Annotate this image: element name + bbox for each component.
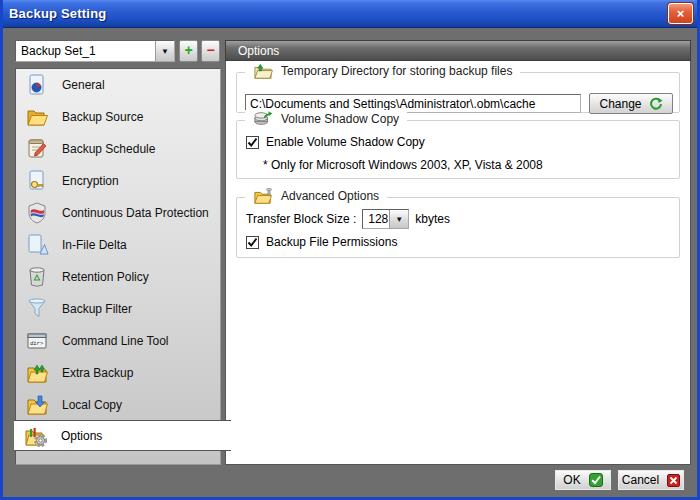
close-icon: × <box>677 6 685 21</box>
transfer-block-size-value: 128 <box>363 210 389 228</box>
sidebar-item-label: Backup Source <box>62 110 143 124</box>
group-title: Volume Shadow Copy <box>281 112 399 126</box>
sidebar-item-label: Continuous Data Protection <box>62 206 209 220</box>
add-backup-set-button[interactable]: + <box>179 40 198 62</box>
sidebar-item-continuous-data-protection[interactable]: Continuous Data Protection <box>16 197 220 229</box>
enable-vsc-label: Enable Volume Shadow Copy <box>266 135 425 149</box>
remove-backup-set-button[interactable]: − <box>201 40 220 62</box>
document-delta-icon <box>25 233 49 257</box>
sidebar-item-backup-filter[interactable]: Backup Filter <box>16 293 220 325</box>
ok-button-label: OK <box>563 473 580 487</box>
shield-icon <box>25 201 49 225</box>
sidebar-item-label: General <box>62 78 105 92</box>
chevron-down-icon[interactable]: ▼ <box>155 41 174 61</box>
transfer-block-size-dropdown[interactable]: 128 ▼ <box>362 209 409 229</box>
advanced-options-group: Advanced Options Transfer Block Size : 1… <box>236 197 680 258</box>
title-bar[interactable]: Backup Setting × <box>0 0 700 28</box>
sidebar-item-general[interactable]: General <box>16 69 220 101</box>
backup-setting-dialog: Backup Setting × Backup Set_1 ▼ + − Gene… <box>0 0 700 500</box>
settings-category-list: General Backup Source Backup Schedule <box>15 68 221 465</box>
close-button[interactable]: × <box>668 3 693 24</box>
change-button-label: Change <box>599 97 641 111</box>
group-title: Advanced Options <box>281 189 379 203</box>
sidebar-item-label: Options <box>61 429 102 443</box>
console-window-icon: dir> <box>25 329 49 353</box>
ok-check-icon <box>589 473 603 487</box>
window-title: Backup Setting <box>9 6 106 21</box>
folder-gear-icon <box>24 424 48 448</box>
folder-up-arrow-icon <box>253 62 273 80</box>
folder-icon <box>253 187 273 205</box>
sidebar-item-extra-backup[interactable]: Extra Backup <box>16 357 220 389</box>
sidebar-item-label: Backup Schedule <box>62 142 155 156</box>
recycle-bin-icon <box>25 265 49 289</box>
sidebar-item-label: Local Copy <box>62 398 122 412</box>
temp-directory-group: Temporary Directory for storing backup f… <box>236 72 680 113</box>
sidebar-item-options-selected[interactable]: Options <box>14 420 231 451</box>
backup-set-dropdown[interactable]: Backup Set_1 ▼ <box>15 40 175 62</box>
cancel-button-label: Cancel <box>622 473 659 487</box>
ok-button[interactable]: OK <box>554 469 612 491</box>
folder-up-arrows-icon <box>25 361 49 385</box>
options-panel-header: Options <box>225 40 691 61</box>
backup-file-permissions-checkbox[interactable] <box>246 236 259 249</box>
document-pie-icon <box>25 73 49 97</box>
disk-stack-refresh-icon <box>253 110 273 128</box>
sidebar-item-label: In-File Delta <box>62 238 127 252</box>
backup-file-permissions-label: Backup File Permissions <box>266 235 397 249</box>
folder-blue-arrow-icon <box>25 393 49 417</box>
sidebar-item-label: Extra Backup <box>62 366 133 380</box>
sidebar-item-backup-source[interactable]: Backup Source <box>16 101 220 133</box>
sidebar-item-label: Command Line Tool <box>62 334 169 348</box>
transfer-block-size-unit: kbytes <box>415 212 450 226</box>
vsc-note: * Only for Microsoft Windows 2003, XP, V… <box>263 158 543 172</box>
group-title: Temporary Directory for storing backup f… <box>281 64 512 78</box>
enable-vsc-checkbox[interactable] <box>246 136 259 149</box>
notepad-pencil-icon <box>25 137 49 161</box>
sidebar-item-label: Retention Policy <box>62 270 149 284</box>
sidebar-item-label: Backup Filter <box>62 302 132 316</box>
svg-text:dir>: dir> <box>30 340 43 347</box>
transfer-block-size-label: Transfer Block Size : <box>246 212 356 226</box>
open-folder-icon <box>25 105 49 129</box>
volume-shadow-copy-group: Volume Shadow Copy Enable Volume Shadow … <box>236 120 680 179</box>
sidebar-item-in-file-delta[interactable]: In-File Delta <box>16 229 220 261</box>
plus-icon: + <box>184 42 192 58</box>
sidebar-item-command-line-tool[interactable]: dir> Command Line Tool <box>16 325 220 357</box>
backup-set-value: Backup Set_1 <box>16 41 155 61</box>
sidebar-item-backup-schedule[interactable]: Backup Schedule <box>16 133 220 165</box>
document-key-icon <box>25 169 49 193</box>
change-button[interactable]: Change <box>589 93 673 114</box>
check-icon <box>247 137 258 148</box>
chevron-down-icon[interactable]: ▼ <box>389 210 408 228</box>
check-icon <box>247 237 258 248</box>
sidebar-item-retention-policy[interactable]: Retention Policy <box>16 261 220 293</box>
cancel-button[interactable]: Cancel <box>617 469 685 491</box>
sidebar-item-encryption[interactable]: Encryption <box>16 165 220 197</box>
minus-icon: − <box>206 42 214 58</box>
refresh-icon <box>649 97 663 111</box>
sidebar-item-label: Encryption <box>62 174 119 188</box>
cancel-x-icon <box>667 474 680 487</box>
funnel-icon <box>25 297 49 321</box>
panel-title: Options <box>238 44 279 58</box>
options-panel: Temporary Directory for storing backup f… <box>225 61 691 465</box>
sidebar-item-local-copy[interactable]: Local Copy <box>16 389 220 421</box>
